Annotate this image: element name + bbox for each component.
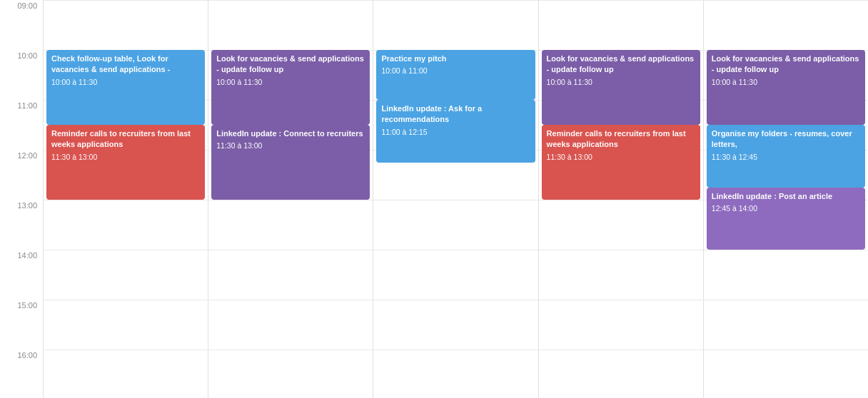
event-title: Practice my pitch: [381, 53, 530, 64]
event-time: 11:30 à 13:00: [51, 152, 200, 163]
event-title: LinkedIn update : Connect to recruiters: [216, 128, 365, 139]
event-time: 10:00 à 11:30: [51, 77, 200, 88]
event-title: Look for vacancies & send applications -…: [712, 53, 860, 76]
calendar-container: 09:0010:0011:0012:0013:0014:0015:0016:00…: [0, 0, 868, 398]
event-time: 11:30 à 13:00: [216, 141, 365, 151]
event-title: Organise my folders - resumes, cover let…: [712, 128, 860, 150]
day-column: Look for vacancies & send applications -…: [208, 0, 373, 398]
calendar-event[interactable]: Organise my folders - resumes, cover let…: [707, 125, 865, 188]
day-column: Look for vacancies & send applications -…: [538, 0, 703, 398]
time-label: 13:00: [0, 200, 43, 250]
event-title: Look for vacancies & send applications -…: [547, 53, 695, 76]
calendar-event[interactable]: LinkedIn update : Connect to recruiters1…: [211, 125, 370, 200]
day-column: Practice my pitch10:00 à 11:00LinkedIn u…: [373, 0, 538, 398]
event-title: LinkedIn update : Ask for a recommendati…: [381, 103, 530, 126]
event-time: 10:00 à 11:30: [712, 77, 860, 88]
event-time: 12:45 à 14:00: [712, 203, 860, 214]
calendar-event[interactable]: Reminder calls to recruiters from last w…: [46, 125, 205, 200]
time-label: 09:00: [0, 0, 43, 50]
time-label: 14:00: [0, 250, 43, 300]
time-label: 12:00: [0, 150, 43, 200]
calendar-event[interactable]: Look for vacancies & send applications -…: [707, 50, 865, 125]
time-label: 15:00: [0, 300, 43, 349]
event-time: 11:00 à 12:15: [381, 127, 530, 138]
event-time: 11:30 à 12:45: [712, 152, 860, 163]
calendar-event[interactable]: Reminder calls to recruiters from last w…: [542, 125, 700, 200]
time-label: 10:00: [0, 50, 43, 100]
event-title: Reminder calls to recruiters from last w…: [51, 128, 200, 150]
calendar-event[interactable]: Look for vacancies & send applications -…: [542, 50, 700, 125]
calendar-event[interactable]: Look for vacancies & send applications -…: [211, 50, 370, 125]
event-title: Reminder calls to recruiters from last w…: [547, 128, 695, 150]
day-column: Look for vacancies & send applications -…: [703, 0, 868, 398]
event-title: LinkedIn update : Post an article: [712, 191, 860, 202]
calendar-event[interactable]: LinkedIn update : Post an article12:45 à…: [707, 188, 865, 250]
event-title: Look for vacancies & send applications -…: [216, 53, 365, 76]
time-column: 09:0010:0011:0012:0013:0014:0015:0016:00: [0, 0, 43, 398]
day-column: Check follow-up table, Look for vacancie…: [43, 0, 208, 398]
time-label: 11:00: [0, 100, 43, 150]
grid-area: Check follow-up table, Look for vacancie…: [43, 0, 868, 398]
time-label: 16:00: [0, 349, 43, 398]
event-title: Check follow-up table, Look for vacancie…: [51, 53, 200, 76]
event-time: 11:30 à 13:00: [547, 152, 695, 163]
calendar-event[interactable]: LinkedIn update : Ask for a recommendati…: [376, 100, 535, 163]
calendar-event[interactable]: Check follow-up table, Look for vacancie…: [46, 50, 205, 125]
day-columns: Check follow-up table, Look for vacancie…: [43, 0, 868, 398]
event-time: 10:00 à 11:00: [381, 66, 530, 76]
calendar-event[interactable]: Practice my pitch10:00 à 11:00: [376, 50, 535, 100]
event-time: 10:00 à 11:30: [547, 77, 695, 88]
event-time: 10:00 à 11:30: [216, 77, 365, 88]
